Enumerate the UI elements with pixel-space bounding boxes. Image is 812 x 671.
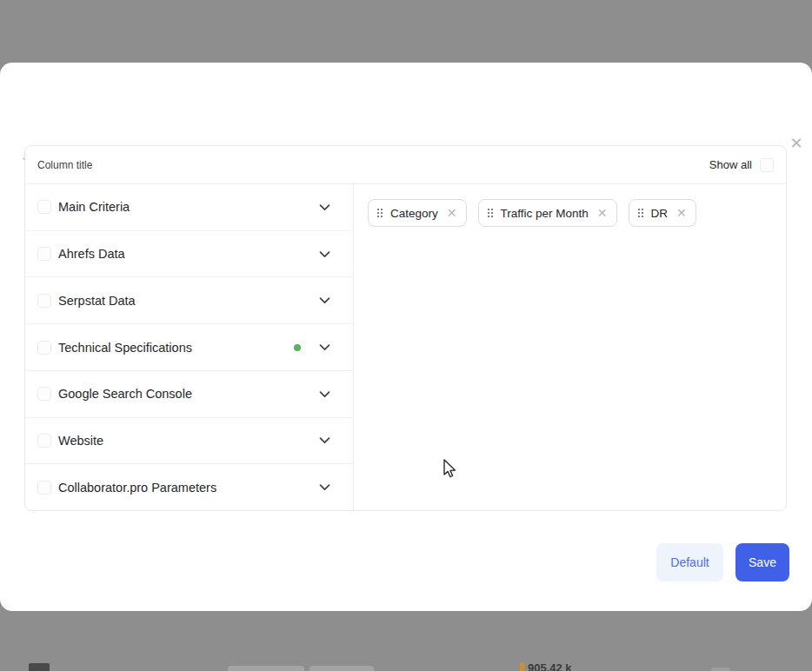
group-checkbox[interactable] — [37, 481, 51, 495]
group-row-serpstat-data[interactable]: Serpstat Data — [25, 277, 353, 324]
background-metric-value: 905.42 k — [528, 662, 572, 671]
drag-handle-icon[interactable] — [377, 209, 383, 217]
column-settings-panel: Column title Show all Main Criteria Ahre… — [24, 145, 787, 511]
close-icon[interactable]: ✕ — [785, 132, 808, 155]
table-settings-modal: Table Settings ✕ Column title Show all M… — [0, 63, 812, 611]
default-button[interactable]: Default — [656, 543, 723, 581]
background-text-fragment-right — [711, 668, 730, 671]
chip-traffic-per-month[interactable]: Traffic per Month ✕ — [478, 199, 617, 227]
remove-icon[interactable]: ✕ — [596, 207, 608, 219]
group-checkbox[interactable] — [37, 341, 51, 355]
group-checkbox[interactable] — [37, 434, 51, 448]
chip-dr[interactable]: DR ✕ — [629, 199, 696, 227]
chip-category[interactable]: Category ✕ — [368, 199, 467, 227]
panel-header: Column title Show all — [25, 146, 786, 184]
group-checkbox[interactable] — [37, 247, 51, 261]
group-label: Ahrefs Data — [58, 247, 125, 261]
drag-handle-icon[interactable] — [638, 209, 643, 217]
column-title-label: Column title — [37, 159, 92, 171]
group-checkbox[interactable] — [37, 200, 51, 214]
group-row-website[interactable]: Website — [25, 418, 353, 465]
chip-label: DR — [651, 207, 669, 220]
chevron-down-icon[interactable] — [317, 200, 332, 215]
selected-columns-area: Category ✕ Traffic per Month ✕ DR ✕ — [354, 184, 786, 510]
chip-label: Traffic per Month — [501, 207, 589, 220]
show-all-label: Show all — [709, 158, 752, 171]
background-pill-fragment-1 — [228, 666, 304, 671]
column-group-list: Main Criteria Ahrefs Data Serpstat Data — [25, 184, 354, 510]
chevron-down-icon[interactable] — [317, 480, 332, 495]
remove-icon[interactable]: ✕ — [446, 207, 457, 219]
chevron-down-icon[interactable] — [317, 293, 332, 308]
chevron-down-icon[interactable] — [317, 340, 332, 355]
group-row-main-criteria[interactable]: Main Criteria — [25, 184, 353, 231]
group-label: Google Search Console — [58, 387, 192, 401]
group-label: Collaborator.pro Parameters — [58, 481, 216, 495]
group-row-google-search-console[interactable]: Google Search Console — [25, 371, 353, 418]
drag-handle-icon[interactable] — [488, 209, 493, 217]
chevron-down-icon[interactable] — [317, 247, 332, 262]
flame-icon — [520, 662, 524, 671]
group-label: Technical Specifications — [58, 341, 192, 355]
group-checkbox[interactable] — [37, 294, 51, 308]
group-label: Serpstat Data — [58, 294, 136, 308]
group-row-technical-specifications[interactable]: Technical Specifications — [25, 324, 353, 371]
remove-icon[interactable]: ✕ — [676, 207, 687, 219]
chevron-down-icon[interactable] — [317, 387, 332, 402]
group-checkbox[interactable] — [37, 387, 51, 401]
background-row-fragment-left — [29, 663, 50, 671]
show-all-checkbox[interactable] — [760, 158, 774, 172]
show-all-toggle[interactable]: Show all — [709, 158, 774, 172]
group-row-collaborator-pro-parameters[interactable]: Collaborator.pro Parameters — [25, 464, 353, 510]
group-label: Website — [58, 434, 103, 448]
background-pill-fragment-2 — [309, 666, 374, 671]
save-button[interactable]: Save — [735, 543, 789, 581]
group-row-ahrefs-data[interactable]: Ahrefs Data — [25, 231, 353, 278]
panel-body: Main Criteria Ahrefs Data Serpstat Data — [25, 184, 786, 510]
background-metric-fragment: 905.42 k — [520, 662, 598, 671]
group-label: Main Criteria — [58, 200, 130, 214]
chevron-down-icon[interactable] — [317, 433, 332, 448]
chip-label: Category — [390, 207, 438, 220]
active-indicator-dot — [294, 344, 301, 351]
